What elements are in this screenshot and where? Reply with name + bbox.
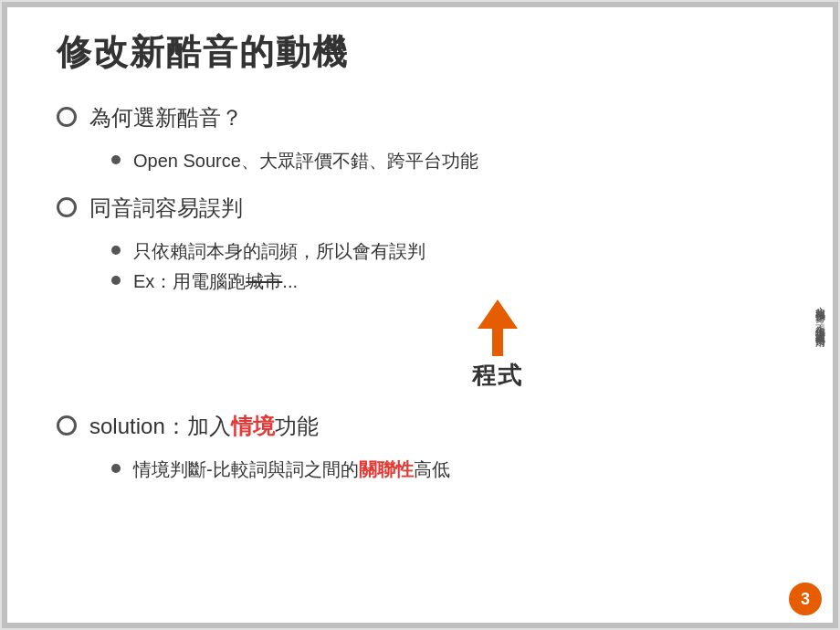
vertical-text: 此簡報僅供參考，不得作為學術論文或商業文件引用 (809, 299, 827, 331)
strikethrough-text: 城市 (246, 271, 282, 291)
highlight-relation: 關聯性 (359, 459, 414, 479)
sub-bullet-2-2: Ex：用電腦跑城市... (111, 269, 793, 294)
right-border (833, 2, 838, 628)
sub-bullet-1-1: Open Source、大眾評價不錯、跨平台功能 (111, 149, 793, 173)
sub-bullet-3-1-text: 情境判斷-比較詞與詞之間的關聯性高低 (133, 457, 450, 482)
main-bullet-1: 為何選新酷音？ (57, 103, 793, 132)
arrow-shaft (492, 329, 503, 356)
content-area: 為何選新酷音？ Open Source、大眾評價不錯、跨平台功能 同音詞容易誤判… (57, 103, 793, 482)
section-1: 為何選新酷音？ Open Source、大眾評價不錯、跨平台功能 (57, 103, 793, 173)
slide: 修改新酷音的動機 為何選新酷音？ Open Source、大眾評價不錯、跨平台功… (0, 0, 840, 630)
bullet-circle-1 (57, 107, 77, 127)
bottom-border (2, 623, 838, 628)
text-open-source: Open Source (133, 151, 241, 171)
arrow-label: 程式 (472, 360, 523, 392)
section-2: 同音詞容易誤判 只依賴詞本身的詞頻，所以會有誤判 Ex：用電腦跑城市... 程式 (57, 194, 793, 392)
sub-bullet-2-1: 只依賴詞本身的詞頻，所以會有誤判 (111, 239, 793, 264)
main-bullet-2-text: 同音詞容易誤判 (89, 194, 243, 223)
main-bullet-2: 同音詞容易誤判 (57, 194, 793, 223)
bullet-dot-3-1 (111, 464, 121, 473)
sub-bullet-2-1-text: 只依賴詞本身的詞頻，所以會有誤判 (133, 239, 425, 264)
arrow-area: 程式 (203, 299, 793, 392)
bullet-circle-2 (57, 197, 77, 217)
section-3: solution：加入情境功能 情境判斷-比較詞與詞之間的關聯性高低 (57, 412, 793, 482)
main-bullet-3-text: solution：加入情境功能 (89, 412, 319, 441)
bullet-circle-3 (57, 415, 77, 436)
sub-bullet-1-1-text: Open Source、大眾評價不錯、跨平台功能 (133, 149, 478, 173)
bullet-dot-2-2 (111, 276, 121, 285)
main-bullet-3: solution：加入情境功能 (57, 412, 793, 441)
page-number: 3 (789, 583, 822, 615)
vertical-text-content: 此簡報僅供參考，不得作為學術論文或商業文件引用 (815, 299, 826, 331)
bullet-dot-2-1 (111, 246, 121, 255)
arrow-up-icon (478, 299, 518, 329)
sub-bullet-2-2-text: Ex：用電腦跑城市... (133, 269, 298, 294)
bullet-dot-1-1 (111, 155, 121, 164)
main-bullet-1-text: 為何選新酷音？ (89, 103, 243, 132)
sub-bullet-3-1: 情境判斷-比較詞與詞之間的關聯性高低 (111, 457, 793, 482)
highlight-situation: 情境 (231, 414, 275, 438)
slide-title: 修改新酷音的動機 (57, 29, 793, 76)
